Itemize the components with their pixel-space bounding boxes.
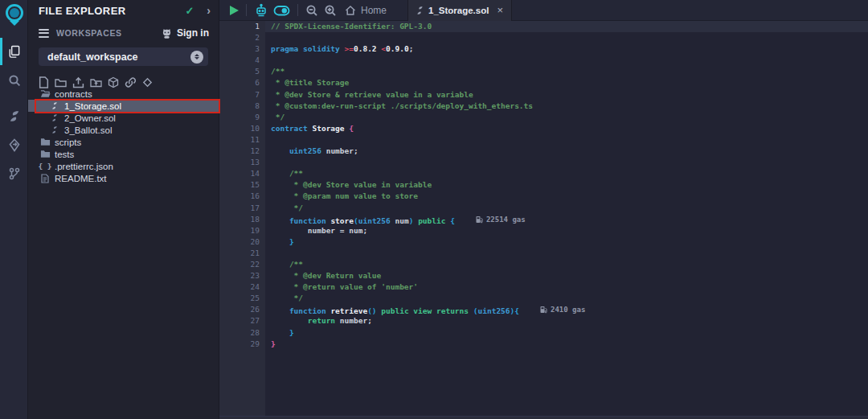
- code-line-11[interactable]: [265, 134, 868, 146]
- home-button[interactable]: Home: [345, 5, 387, 16]
- code-line-23[interactable]: * @dev Return value: [265, 270, 868, 281]
- code-line-10[interactable]: contract Storage {: [265, 123, 868, 134]
- code-line-12[interactable]: uint256 number;: [265, 146, 868, 157]
- zoom-out-button[interactable]: [305, 4, 318, 17]
- line-number[interactable]: 5: [219, 66, 260, 77]
- line-number[interactable]: 10: [219, 123, 260, 134]
- new-file-icon[interactable]: [39, 76, 49, 88]
- tree-item-label: scripts: [55, 138, 81, 147]
- code-line-22[interactable]: /**: [265, 259, 868, 270]
- code-line-28[interactable]: }: [265, 327, 868, 339]
- code-line-29[interactable]: }: [265, 339, 868, 350]
- upload-file-icon[interactable]: [72, 76, 84, 88]
- line-number[interactable]: 11: [219, 134, 260, 146]
- line-number[interactable]: 28: [219, 327, 260, 339]
- rail-file-explorer[interactable]: [0, 38, 28, 65]
- rail-solidity-compiler[interactable]: [0, 102, 28, 129]
- code-line-19[interactable]: number = num;: [265, 225, 868, 236]
- accept-check-icon[interactable]: ✓: [185, 5, 194, 17]
- sign-in-button[interactable]: Sign in: [161, 27, 209, 39]
- line-number[interactable]: 23: [219, 270, 260, 281]
- tree-item-scripts[interactable]: scripts: [28, 136, 219, 148]
- code-line-25[interactable]: */: [265, 293, 868, 304]
- code-line-21[interactable]: [265, 248, 868, 259]
- ipfs-cube-icon[interactable]: [108, 76, 119, 88]
- line-number[interactable]: 21: [219, 248, 260, 259]
- code-line-1[interactable]: // SPDX-License-Identifier: GPL-3.0: [265, 21, 868, 32]
- line-number[interactable]: 12: [219, 146, 260, 157]
- tree-item-2-owner-sol[interactable]: 2_Owner.sol: [28, 112, 219, 124]
- tree-item-label: contracts: [55, 89, 92, 99]
- line-number[interactable]: 20: [219, 236, 260, 248]
- new-folder-icon[interactable]: [55, 77, 67, 88]
- workspaces-menu-icon[interactable]: [39, 29, 49, 38]
- code-line-9[interactable]: */: [265, 112, 868, 123]
- code-line-4[interactable]: [265, 55, 868, 66]
- code-line-27[interactable]: return number;: [265, 315, 868, 327]
- ai-toggle-button[interactable]: [273, 4, 290, 17]
- remix-logo[interactable]: [0, 1, 28, 30]
- line-number[interactable]: 3: [219, 43, 260, 55]
- tree-item--prettierrc-json[interactable]: { }.prettierrc.json: [28, 160, 219, 172]
- line-number[interactable]: 9: [219, 112, 260, 123]
- line-number[interactable]: 22: [219, 259, 260, 270]
- zoom-in-icon: [324, 4, 337, 17]
- line-number[interactable]: 15: [219, 179, 260, 191]
- line-number[interactable]: 24: [219, 281, 260, 293]
- tree-item-readme-txt[interactable]: README.txt: [28, 172, 219, 184]
- tree-item-tests[interactable]: tests: [28, 148, 219, 160]
- code-line-2[interactable]: [265, 32, 868, 43]
- line-number[interactable]: 13: [219, 157, 260, 168]
- dropdown-stepper-icon[interactable]: [190, 51, 203, 64]
- code-line-17[interactable]: */: [265, 203, 868, 214]
- code-line-5[interactable]: /**: [265, 66, 868, 77]
- rail-deploy-and-run[interactable]: [0, 131, 28, 158]
- code-line-8[interactable]: * @custom:dev-run-script ./scripts/deplo…: [265, 101, 868, 112]
- terminal-drag-handle[interactable]: [219, 416, 868, 419]
- link-icon[interactable]: [125, 76, 137, 88]
- solidity-file-icon: [416, 6, 424, 15]
- expand-chevron-icon[interactable]: ›: [207, 4, 211, 17]
- line-number[interactable]: 1: [219, 21, 260, 32]
- code-line-6[interactable]: * @title Storage: [265, 77, 868, 88]
- line-number[interactable]: 19: [219, 225, 260, 236]
- rail-git[interactable]: [0, 160, 28, 187]
- line-number[interactable]: 4: [219, 55, 260, 66]
- code-line-24[interactable]: * @return value of 'number': [265, 281, 868, 293]
- workspace-dropdown[interactable]: default_workspace: [39, 47, 208, 66]
- tab-close-icon[interactable]: ×: [497, 5, 503, 15]
- line-number[interactable]: 14: [219, 168, 260, 179]
- line-number[interactable]: 17: [219, 203, 260, 214]
- line-number[interactable]: 26: [219, 304, 260, 315]
- line-number[interactable]: 18: [219, 214, 260, 225]
- zoom-in-button[interactable]: [324, 4, 337, 17]
- code-line-7[interactable]: * @dev Store & retrieve value in a varia…: [265, 89, 868, 101]
- code-line-18[interactable]: function store(uint256 num) public {2251…: [265, 214, 868, 225]
- line-number[interactable]: 6: [219, 77, 260, 88]
- ai-assistant-button[interactable]: [254, 3, 268, 18]
- code-line-14[interactable]: /**: [265, 168, 868, 179]
- diamond-icon[interactable]: [142, 77, 153, 88]
- code-line-16[interactable]: * @param num value to store: [265, 191, 868, 202]
- run-script-button[interactable]: [219, 6, 239, 15]
- code-line-13[interactable]: [265, 157, 868, 168]
- remix-logo-icon: [4, 4, 25, 27]
- line-number[interactable]: 29: [219, 339, 260, 350]
- code-area: // SPDX-License-Identifier: GPL-3.0pragm…: [265, 21, 868, 416]
- rail-search[interactable]: [0, 67, 28, 94]
- line-number[interactable]: 16: [219, 191, 260, 202]
- code-line-3[interactable]: pragma solidity >=0.8.2 <0.9.0;: [265, 43, 868, 55]
- code-line-15[interactable]: * @dev Store value in variable: [265, 179, 868, 191]
- line-number[interactable]: 2: [219, 32, 260, 43]
- tab-1-storage-sol[interactable]: 1_Storage.sol ×: [407, 0, 512, 21]
- tree-item-contracts[interactable]: contracts: [28, 88, 219, 100]
- line-number[interactable]: 8: [219, 101, 260, 112]
- tree-item-1-storage-sol[interactable]: 1_Storage.sol: [28, 100, 219, 112]
- tree-item-3-ballot-sol[interactable]: 3_Ballot.sol: [28, 124, 219, 136]
- line-number[interactable]: 25: [219, 293, 260, 304]
- code-line-20[interactable]: }: [265, 236, 868, 248]
- upload-folder-icon[interactable]: [90, 77, 102, 88]
- line-number[interactable]: 7: [219, 89, 260, 101]
- line-number[interactable]: 27: [219, 315, 260, 327]
- code-line-26[interactable]: function retrieve() public view returns …: [265, 304, 868, 315]
